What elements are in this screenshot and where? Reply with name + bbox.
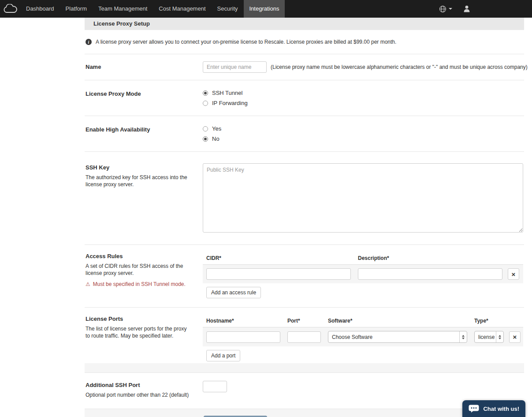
type-select[interactable]: license — [474, 331, 504, 343]
nav-dashboard[interactable]: Dashboard — [20, 0, 60, 18]
name-row: Name (License proxy name must be lowerca… — [85, 54, 524, 80]
radio-unselected-icon — [203, 126, 208, 131]
remove-license-port-button[interactable]: × — [509, 331, 521, 343]
nav-integrations[interactable]: Integrations — [244, 0, 285, 18]
top-navbar: Dashboard Platform Team Management Cost … — [0, 0, 532, 18]
radio-selected-icon — [203, 90, 208, 96]
ssh-key-row: SSH Key The authorized key for SSH acces… — [85, 152, 524, 245]
caret-down-icon — [449, 8, 452, 10]
license-ports-description: The list of license server ports for the… — [86, 326, 190, 340]
access-rules-label: Access Rules — [86, 252, 203, 261]
software-select-value: Choose Software — [332, 334, 372, 340]
form-actions: Launch License Proxy — [85, 409, 524, 417]
description-column-header: Description* — [354, 252, 506, 265]
radio-ha-yes[interactable]: Yes — [203, 125, 524, 132]
chat-label: Chat with us! — [483, 406, 519, 412]
radio-ha-yes-label: Yes — [212, 125, 221, 132]
primary-nav: Dashboard Platform Team Management Cost … — [20, 0, 285, 18]
high-availability-label: Enable High Availability — [86, 125, 203, 134]
add-access-rule-button[interactable]: Add an access rule — [206, 287, 261, 298]
cidr-input[interactable] — [206, 268, 351, 280]
intro-text: A license proxy server allows you to con… — [96, 39, 396, 45]
close-icon: × — [512, 271, 516, 278]
hostname-input[interactable] — [206, 331, 280, 343]
user-menu[interactable] — [458, 0, 476, 18]
add-port-button[interactable]: Add a port — [206, 350, 240, 361]
close-icon: × — [513, 334, 517, 340]
license-proxy-mode-row: License Proxy Mode SSH Tunnel IP Forward… — [85, 80, 524, 116]
additional-ssh-port-label: Additional SSH Port — [86, 381, 203, 390]
license-port-table-row: Choose Software license — [203, 327, 523, 347]
ssh-key-label: SSH Key — [86, 163, 203, 172]
access-rules-row: Access Rules A set of CIDR rules for SSH… — [85, 245, 524, 308]
nav-platform[interactable]: Platform — [60, 0, 93, 18]
type-select-value: license — [478, 334, 495, 340]
chat-bubble-icon — [469, 405, 479, 413]
license-ports-footer-strip — [85, 363, 524, 373]
license-proxy-setup-panel: License Proxy Setup i A license proxy se… — [85, 18, 524, 417]
access-rule-table-row: × — [203, 265, 523, 284]
radio-ssh-tunnel-label: SSH Tunnel — [212, 90, 242, 96]
select-arrows-icon — [459, 331, 467, 342]
remove-column-header — [507, 315, 523, 327]
ssh-key-textarea[interactable] — [203, 163, 523, 233]
port-input[interactable] — [287, 331, 321, 343]
nav-cost-management[interactable]: Cost Management — [153, 0, 211, 18]
select-arrows-icon — [496, 331, 503, 342]
warning-icon: ⚠ — [86, 281, 90, 287]
radio-selected-icon — [203, 136, 208, 142]
chat-widget[interactable]: Chat with us! — [462, 400, 525, 417]
type-column-header: Type* — [471, 315, 507, 327]
name-input[interactable] — [203, 61, 267, 73]
high-availability-row: Enable High Availability Yes No — [85, 116, 524, 152]
nav-team-management[interactable]: Team Management — [93, 0, 153, 18]
page-title: License Proxy Setup — [85, 18, 524, 30]
info-icon: i — [86, 39, 92, 45]
radio-ssh-tunnel[interactable]: SSH Tunnel — [203, 90, 524, 96]
license-ports-label: License Ports — [86, 315, 203, 323]
remove-column-header — [506, 252, 523, 265]
port-column-header: Port* — [284, 315, 324, 327]
radio-ha-no[interactable]: No — [203, 135, 524, 142]
additional-ssh-port-description: Optional port number other than 22 (defa… — [86, 392, 190, 399]
software-select[interactable]: Choose Software — [328, 331, 467, 343]
hostname-column-header: Hostname* — [203, 315, 284, 327]
license-ports-row: License Ports The list of license server… — [85, 308, 524, 363]
license-ports-table: Hostname* Port* Software* Type* Choose S… — [203, 315, 523, 346]
name-label: Name — [86, 61, 203, 73]
nav-security[interactable]: Security — [212, 0, 244, 18]
navbar-right — [433, 0, 532, 18]
additional-ssh-port-row: Additional SSH Port Optional port number… — [85, 373, 524, 409]
intro-note: i A license proxy server allows you to c… — [85, 30, 524, 54]
access-rules-warning: ⚠ Must be specified in SSH Tunnel mode. — [86, 281, 203, 287]
radio-ip-forwarding-label: IP Forwarding — [212, 100, 248, 106]
cloud-logo-icon — [3, 4, 17, 14]
globe-icon — [439, 5, 446, 13]
user-icon — [464, 5, 470, 12]
radio-unselected-icon — [203, 101, 208, 106]
cidr-column-header: CIDR* — [203, 252, 354, 265]
license-proxy-mode-label: License Proxy Mode — [86, 90, 203, 98]
additional-ssh-port-input[interactable] — [203, 381, 227, 392]
radio-ha-no-label: No — [212, 135, 219, 142]
ssh-key-description: The authorized key for SSH access into t… — [86, 174, 190, 188]
access-rules-warning-text: Must be specified in SSH Tunnel mode. — [93, 281, 186, 287]
remove-access-rule-button[interactable]: × — [508, 268, 519, 280]
access-rules-description: A set of CIDR rules for SSH access of th… — [86, 263, 190, 277]
software-column-header: Software* — [324, 315, 471, 327]
language-dropdown[interactable] — [433, 0, 458, 18]
access-rule-description-input[interactable] — [358, 268, 502, 280]
rescale-logo[interactable] — [0, 0, 20, 18]
access-rules-table: CIDR* Description* × — [203, 252, 523, 283]
name-help-text: (License proxy name must be lowercase al… — [271, 64, 528, 70]
radio-ip-forwarding[interactable]: IP Forwarding — [203, 100, 524, 106]
